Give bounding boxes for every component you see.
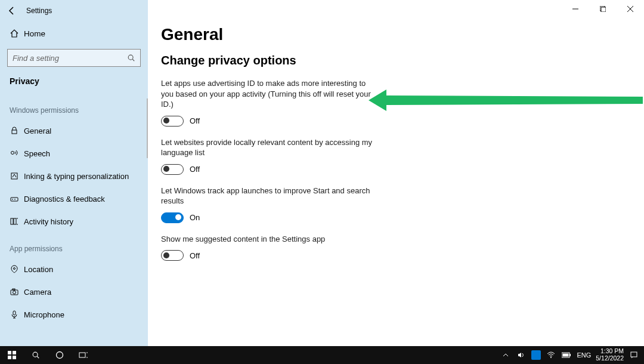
svg-rect-29 — [13, 356, 16, 359]
tray-wifi-icon[interactable] — [546, 351, 556, 359]
sidebar-item-general[interactable]: General — [0, 119, 148, 142]
sidebar-item-camera[interactable]: Camera — [0, 280, 148, 303]
category-label: Privacy — [0, 73, 148, 94]
back-button[interactable] — [7, 6, 21, 16]
toggle-advertising-id[interactable] — [161, 116, 184, 127]
tray-language[interactable]: ENG — [577, 351, 591, 359]
speech-icon — [10, 149, 24, 158]
svg-point-3 — [11, 152, 14, 155]
location-icon — [10, 264, 24, 274]
toggle-track-launches[interactable] — [161, 212, 184, 223]
toggle-state: On — [190, 213, 200, 222]
setting-desc: Let apps use advertising ID to make ads … — [161, 78, 376, 110]
svg-rect-16 — [13, 311, 16, 315]
svg-rect-28 — [8, 356, 11, 359]
setting-desc: Show me suggested content in the Setting… — [161, 234, 376, 245]
svg-point-36 — [550, 357, 552, 358]
inking-icon — [10, 171, 24, 181]
sidebar-item-label: Location — [24, 265, 53, 274]
svg-rect-26 — [8, 351, 11, 354]
main-content: General Change privacy options Let apps … — [148, 0, 644, 346]
sidebar-item-label: Inking & typing personalization — [24, 172, 129, 181]
nav-home[interactable]: Home — [0, 21, 148, 45]
tray-app-icon[interactable] — [531, 350, 541, 360]
sidebar-item-label: Diagnostics & feedback — [24, 195, 105, 203]
sidebar-item-inking[interactable]: Inking & typing personalization — [0, 165, 148, 187]
setting-desc: Let websites provide locally relevant co… — [161, 137, 376, 158]
toggle-suggested-content[interactable] — [161, 250, 184, 261]
sidebar-item-microphone[interactable]: Microphone — [0, 303, 148, 326]
setting-suggested-content: Show me suggested content in the Setting… — [161, 234, 495, 261]
search-box[interactable] — [7, 49, 141, 67]
lock-icon — [10, 126, 24, 135]
svg-point-12 — [14, 268, 16, 270]
sidebar-item-label: Activity history — [24, 217, 73, 226]
sidebar-item-speech[interactable]: Speech — [0, 142, 148, 165]
sidebar: Settings Home Privacy Windows permission… — [0, 0, 148, 346]
svg-point-32 — [57, 352, 63, 359]
tray-battery-icon[interactable] — [561, 352, 572, 358]
svg-rect-15 — [13, 289, 15, 290]
search-icon — [127, 54, 135, 62]
sidebar-item-label: Microphone — [24, 310, 64, 319]
svg-rect-40 — [631, 352, 637, 357]
nav-home-label: Home — [24, 29, 45, 38]
svg-rect-8 — [11, 218, 13, 224]
sidebar-item-label: General — [24, 127, 51, 135]
tray-chevron-icon[interactable] — [500, 352, 511, 358]
sidebar-item-location[interactable]: Location — [0, 258, 148, 280]
svg-rect-33 — [79, 353, 85, 357]
window-title: Settings — [26, 7, 52, 15]
svg-rect-38 — [569, 354, 571, 356]
cortana-button[interactable] — [48, 346, 72, 364]
diagnostics-icon — [10, 194, 24, 203]
sidebar-item-label: Camera — [24, 288, 51, 297]
titlebar: Settings — [0, 0, 148, 21]
svg-rect-9 — [14, 218, 16, 224]
setting-language-list: Let websites provide locally relevant co… — [161, 137, 495, 175]
setting-desc: Let Windows track app launches to improv… — [161, 186, 376, 206]
toggle-language-list[interactable] — [161, 164, 184, 175]
tray-notifications-icon[interactable] — [628, 351, 639, 359]
toggle-state: Off — [190, 116, 200, 125]
sidebar-item-label: Speech — [24, 149, 50, 158]
camera-icon — [10, 287, 24, 297]
activity-icon — [10, 217, 24, 226]
svg-rect-27 — [13, 351, 16, 354]
task-view-button[interactable] — [72, 346, 95, 364]
group-windows-permissions: Windows permissions — [0, 94, 148, 119]
svg-point-14 — [13, 291, 16, 294]
sidebar-item-diagnostics[interactable]: Diagnostics & feedback — [0, 187, 148, 210]
svg-point-0 — [128, 55, 133, 60]
toggle-state: Off — [190, 165, 200, 174]
svg-point-30 — [33, 352, 38, 357]
toggle-state: Off — [190, 251, 200, 260]
microphone-icon — [10, 310, 24, 319]
taskbar: ENG 1:30 PM 5/12/2022 — [0, 346, 644, 364]
tray-volume-icon[interactable] — [516, 351, 527, 359]
svg-rect-39 — [563, 354, 569, 357]
group-app-permissions: App permissions — [0, 233, 148, 258]
taskbar-search-button[interactable] — [24, 346, 48, 364]
svg-line-1 — [132, 59, 134, 61]
svg-line-31 — [37, 356, 39, 358]
setting-advertising-id: Let apps use advertising ID to make ads … — [161, 78, 495, 127]
tray-date: 5/12/2022 — [596, 355, 624, 362]
start-button[interactable] — [0, 346, 24, 364]
setting-track-launches: Let Windows track app launches to improv… — [161, 186, 495, 223]
section-heading: Change privacy options — [161, 54, 495, 67]
search-input[interactable] — [13, 54, 127, 63]
tray-clock[interactable]: 1:30 PM 5/12/2022 — [596, 348, 624, 362]
svg-rect-2 — [12, 130, 17, 134]
home-icon — [10, 29, 24, 38]
sidebar-item-activity[interactable]: Activity history — [0, 210, 148, 233]
page-title: General — [161, 25, 495, 44]
